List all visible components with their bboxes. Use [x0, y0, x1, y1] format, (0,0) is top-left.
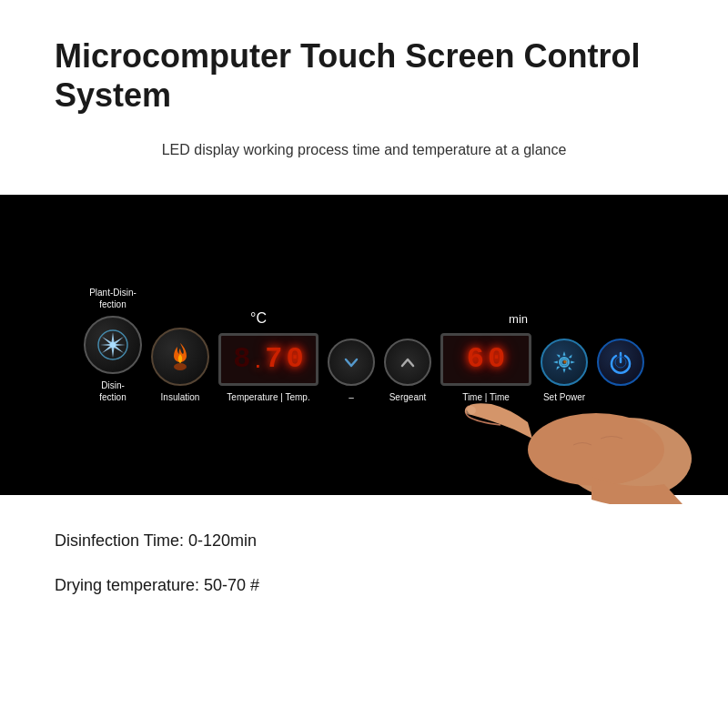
chevron-down-icon	[340, 351, 362, 373]
top-section: Microcomputer Touch Screen Control Syste…	[0, 0, 728, 195]
down-arrow-top-label	[350, 309, 353, 333]
flame-icon	[167, 341, 194, 372]
bottom-section: Disinfection Time: 0-120min Drying tempe…	[0, 495, 728, 657]
plant-disin-button[interactable]	[84, 316, 142, 374]
svg-point-9	[465, 406, 476, 415]
temp-display: 8 . 7 0	[218, 333, 318, 386]
temp-display-group: °C 8 . 7 0 Temperature | Temp.	[218, 304, 318, 403]
temp-digit-7: 7	[265, 345, 282, 374]
temp-digit-8: 8	[233, 345, 250, 374]
control-panel: Plant-Disin- fection Disin-fection	[0, 195, 728, 495]
insulation-top-label	[179, 298, 182, 322]
up-arrow-bottom-label: Sergeant	[389, 391, 427, 403]
disinfection-time-text: Disinfection Time: 0-120min	[55, 531, 673, 551]
svg-point-2	[174, 363, 187, 370]
down-arrow-group: –	[328, 309, 375, 403]
down-arrow-button[interactable]	[328, 339, 375, 386]
insulation-button[interactable]	[151, 328, 209, 386]
up-arrow-button[interactable]	[384, 339, 431, 386]
insulation-group: Insulation	[151, 298, 209, 403]
temp-digit-0: 0	[286, 345, 303, 374]
temp-dot: .	[255, 345, 262, 374]
main-title: Microcomputer Touch Screen Control Syste…	[55, 36, 673, 115]
chevron-up-icon	[397, 351, 419, 373]
plant-disin-bottom-label: Disin-fection	[99, 379, 126, 403]
drying-temp-text: Drying temperature: 50-70 #	[55, 576, 673, 595]
svg-point-8	[528, 413, 664, 486]
celsius-symbol: °C	[250, 309, 267, 329]
subtitle: LED display working process time and tem…	[55, 142, 673, 158]
up-arrow-group: Sergeant	[384, 309, 431, 403]
plant-disin-group: Plant-Disin- fection Disin-fection	[84, 287, 142, 403]
hand-area	[446, 322, 701, 504]
temp-top-label: °C	[250, 304, 287, 328]
hand-svg	[446, 322, 701, 504]
up-arrow-top-label	[407, 309, 410, 333]
plant-disin-top-label: Plant-Disin- fection	[89, 287, 136, 310]
down-arrow-bottom-label: –	[349, 391, 354, 403]
temp-bottom-label: Temperature | Temp.	[227, 391, 309, 403]
svg-point-1	[110, 342, 116, 348]
insulation-bottom-label: Insulation	[161, 391, 200, 403]
plant-disin-icon	[96, 328, 130, 362]
